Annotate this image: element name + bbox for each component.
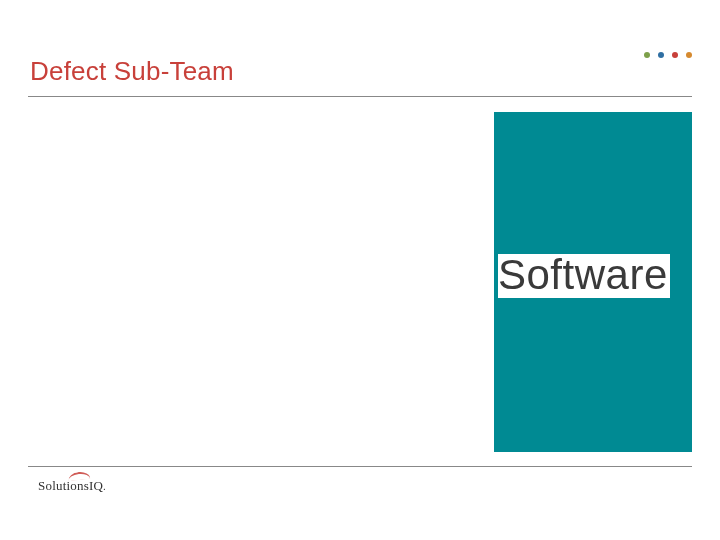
software-label: Software <box>498 254 670 298</box>
divider-top <box>28 96 692 97</box>
logo-text-b: IQ <box>89 478 103 493</box>
dot-icon <box>658 52 664 58</box>
divider-bottom <box>28 466 692 467</box>
logo-text-a: Solutions <box>38 478 89 493</box>
logo-suffix: . <box>103 480 106 492</box>
dot-icon <box>686 52 692 58</box>
slide-title: Defect Sub-Team <box>30 56 234 87</box>
footer-logo: SolutionsIQ. <box>38 478 106 494</box>
dot-icon <box>644 52 650 58</box>
slide: Defect Sub-Team Software SolutionsIQ. <box>0 0 720 540</box>
decorative-dots <box>644 52 692 58</box>
dot-icon <box>672 52 678 58</box>
